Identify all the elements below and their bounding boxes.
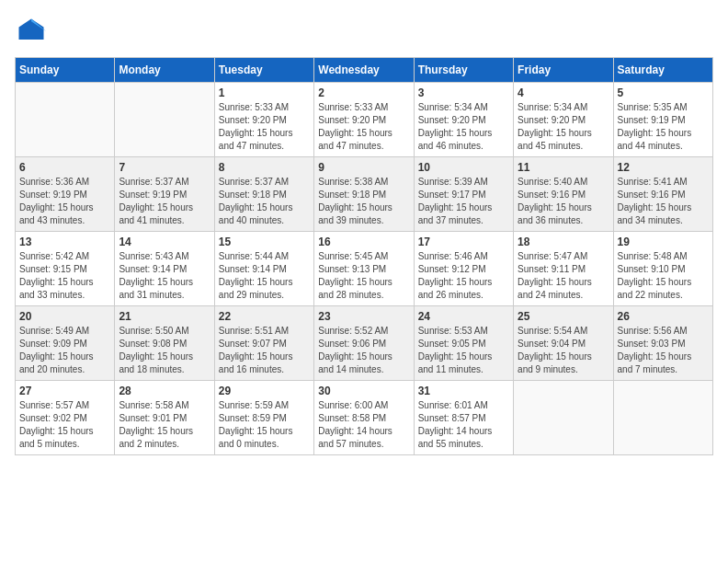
day-number: 28 bbox=[119, 385, 210, 397]
day-number: 14 bbox=[119, 236, 210, 248]
day-number: 11 bbox=[518, 161, 609, 174]
day-info: Sunrise: 5:53 AM Sunset: 9:05 PM Dayligh… bbox=[418, 325, 509, 376]
page-header bbox=[15, 15, 713, 48]
calendar-day-cell: 22Sunrise: 5:51 AM Sunset: 9:07 PM Dayli… bbox=[214, 306, 313, 381]
calendar-day-cell bbox=[16, 83, 115, 157]
calendar-day-cell: 31Sunrise: 6:01 AM Sunset: 8:57 PM Dayli… bbox=[414, 381, 513, 455]
day-number: 13 bbox=[19, 236, 110, 248]
day-number: 3 bbox=[418, 86, 509, 99]
calendar-day-cell: 13Sunrise: 5:42 AM Sunset: 9:15 PM Dayli… bbox=[16, 232, 115, 306]
calendar-day-cell: 9Sunrise: 5:38 AM Sunset: 9:18 PM Daylig… bbox=[314, 157, 414, 232]
day-info: Sunrise: 5:34 AM Sunset: 9:20 PM Dayligh… bbox=[418, 101, 509, 153]
day-info: Sunrise: 5:47 AM Sunset: 9:11 PM Dayligh… bbox=[518, 250, 609, 302]
logo bbox=[15, 15, 51, 48]
calendar-day-cell: 28Sunrise: 5:58 AM Sunset: 9:01 PM Dayli… bbox=[115, 381, 214, 455]
calendar-header-row: SundayMondayTuesdayWednesdayThursdayFrid… bbox=[16, 58, 713, 83]
calendar-day-header: Tuesday bbox=[214, 58, 313, 83]
day-info: Sunrise: 5:33 AM Sunset: 9:20 PM Dayligh… bbox=[318, 101, 409, 153]
day-number: 2 bbox=[318, 86, 409, 99]
calendar-day-cell: 2Sunrise: 5:33 AM Sunset: 9:20 PM Daylig… bbox=[314, 83, 414, 157]
day-number: 12 bbox=[618, 161, 709, 174]
day-info: Sunrise: 5:38 AM Sunset: 9:18 PM Dayligh… bbox=[318, 176, 409, 227]
calendar-day-cell: 15Sunrise: 5:44 AM Sunset: 9:14 PM Dayli… bbox=[214, 232, 313, 306]
day-info: Sunrise: 5:34 AM Sunset: 9:20 PM Dayligh… bbox=[518, 101, 609, 153]
calendar-week-row: 13Sunrise: 5:42 AM Sunset: 9:15 PM Dayli… bbox=[16, 232, 713, 306]
day-info: Sunrise: 5:40 AM Sunset: 9:16 PM Dayligh… bbox=[518, 176, 609, 227]
day-info: Sunrise: 5:58 AM Sunset: 9:01 PM Dayligh… bbox=[119, 399, 210, 451]
day-info: Sunrise: 5:41 AM Sunset: 9:16 PM Dayligh… bbox=[618, 176, 709, 227]
day-info: Sunrise: 5:44 AM Sunset: 9:14 PM Dayligh… bbox=[219, 250, 310, 302]
calendar-day-cell bbox=[115, 83, 214, 157]
day-number: 20 bbox=[19, 310, 110, 323]
calendar-table: SundayMondayTuesdayWednesdayThursdayFrid… bbox=[15, 57, 713, 455]
calendar-day-cell: 25Sunrise: 5:54 AM Sunset: 9:04 PM Dayli… bbox=[514, 306, 613, 381]
logo-icon bbox=[15, 15, 48, 48]
day-number: 15 bbox=[219, 236, 310, 248]
calendar-day-header: Wednesday bbox=[314, 58, 414, 83]
svg-marker-0 bbox=[19, 19, 44, 40]
calendar-day-cell: 14Sunrise: 5:43 AM Sunset: 9:14 PM Dayli… bbox=[115, 232, 214, 306]
day-info: Sunrise: 5:33 AM Sunset: 9:20 PM Dayligh… bbox=[219, 101, 310, 153]
calendar-day-cell bbox=[514, 381, 613, 455]
calendar-day-cell: 17Sunrise: 5:46 AM Sunset: 9:12 PM Dayli… bbox=[414, 232, 513, 306]
calendar-day-cell: 23Sunrise: 5:52 AM Sunset: 9:06 PM Dayli… bbox=[314, 306, 414, 381]
day-info: Sunrise: 5:49 AM Sunset: 9:09 PM Dayligh… bbox=[19, 325, 110, 376]
calendar-day-cell: 7Sunrise: 5:37 AM Sunset: 9:19 PM Daylig… bbox=[115, 157, 214, 232]
day-info: Sunrise: 5:46 AM Sunset: 9:12 PM Dayligh… bbox=[418, 250, 509, 302]
calendar-day-header: Thursday bbox=[414, 58, 513, 83]
day-number: 18 bbox=[518, 236, 609, 248]
day-info: Sunrise: 5:45 AM Sunset: 9:13 PM Dayligh… bbox=[318, 250, 409, 302]
day-number: 21 bbox=[119, 310, 210, 323]
day-info: Sunrise: 5:54 AM Sunset: 9:04 PM Dayligh… bbox=[518, 325, 609, 376]
day-number: 17 bbox=[418, 236, 509, 248]
calendar-day-cell: 29Sunrise: 5:59 AM Sunset: 8:59 PM Dayli… bbox=[214, 381, 313, 455]
calendar-week-row: 20Sunrise: 5:49 AM Sunset: 9:09 PM Dayli… bbox=[16, 306, 713, 381]
calendar-day-cell: 11Sunrise: 5:40 AM Sunset: 9:16 PM Dayli… bbox=[514, 157, 613, 232]
calendar-day-cell: 18Sunrise: 5:47 AM Sunset: 9:11 PM Dayli… bbox=[514, 232, 613, 306]
day-number: 19 bbox=[618, 236, 709, 248]
day-info: Sunrise: 5:48 AM Sunset: 9:10 PM Dayligh… bbox=[618, 250, 709, 302]
calendar-day-cell: 26Sunrise: 5:56 AM Sunset: 9:03 PM Dayli… bbox=[613, 306, 712, 381]
calendar-day-header: Saturday bbox=[613, 58, 712, 83]
day-info: Sunrise: 6:00 AM Sunset: 8:58 PM Dayligh… bbox=[318, 399, 409, 451]
day-number: 22 bbox=[219, 310, 310, 323]
calendar-day-cell: 21Sunrise: 5:50 AM Sunset: 9:08 PM Dayli… bbox=[115, 306, 214, 381]
day-info: Sunrise: 5:50 AM Sunset: 9:08 PM Dayligh… bbox=[119, 325, 210, 376]
calendar-day-cell: 27Sunrise: 5:57 AM Sunset: 9:02 PM Dayli… bbox=[16, 381, 115, 455]
day-number: 31 bbox=[418, 385, 509, 397]
calendar-week-row: 6Sunrise: 5:36 AM Sunset: 9:19 PM Daylig… bbox=[16, 157, 713, 232]
calendar-day-cell: 24Sunrise: 5:53 AM Sunset: 9:05 PM Dayli… bbox=[414, 306, 513, 381]
day-info: Sunrise: 5:52 AM Sunset: 9:06 PM Dayligh… bbox=[318, 325, 409, 376]
calendar-day-cell: 20Sunrise: 5:49 AM Sunset: 9:09 PM Dayli… bbox=[16, 306, 115, 381]
day-info: Sunrise: 5:42 AM Sunset: 9:15 PM Dayligh… bbox=[19, 250, 110, 302]
day-number: 7 bbox=[119, 161, 210, 174]
calendar-week-row: 27Sunrise: 5:57 AM Sunset: 9:02 PM Dayli… bbox=[16, 381, 713, 455]
calendar-day-cell: 10Sunrise: 5:39 AM Sunset: 9:17 PM Dayli… bbox=[414, 157, 513, 232]
calendar-week-row: 1Sunrise: 5:33 AM Sunset: 9:20 PM Daylig… bbox=[16, 83, 713, 157]
day-number: 16 bbox=[318, 236, 409, 248]
calendar-day-cell: 16Sunrise: 5:45 AM Sunset: 9:13 PM Dayli… bbox=[314, 232, 414, 306]
day-number: 27 bbox=[19, 385, 110, 397]
calendar-day-cell: 6Sunrise: 5:36 AM Sunset: 9:19 PM Daylig… bbox=[16, 157, 115, 232]
day-number: 8 bbox=[219, 161, 310, 174]
day-number: 25 bbox=[518, 310, 609, 323]
day-number: 24 bbox=[418, 310, 509, 323]
day-info: Sunrise: 5:39 AM Sunset: 9:17 PM Dayligh… bbox=[418, 176, 509, 227]
calendar-day-cell: 30Sunrise: 6:00 AM Sunset: 8:58 PM Dayli… bbox=[314, 381, 414, 455]
day-info: Sunrise: 5:37 AM Sunset: 9:18 PM Dayligh… bbox=[219, 176, 310, 227]
calendar-day-cell: 4Sunrise: 5:34 AM Sunset: 9:20 PM Daylig… bbox=[514, 83, 613, 157]
calendar-day-cell bbox=[613, 381, 712, 455]
day-number: 10 bbox=[418, 161, 509, 174]
day-number: 30 bbox=[318, 385, 409, 397]
day-info: Sunrise: 6:01 AM Sunset: 8:57 PM Dayligh… bbox=[418, 399, 509, 451]
day-number: 4 bbox=[518, 86, 609, 99]
day-info: Sunrise: 5:57 AM Sunset: 9:02 PM Dayligh… bbox=[19, 399, 110, 451]
day-info: Sunrise: 5:59 AM Sunset: 8:59 PM Dayligh… bbox=[219, 399, 310, 451]
day-number: 23 bbox=[318, 310, 409, 323]
day-info: Sunrise: 5:35 AM Sunset: 9:19 PM Dayligh… bbox=[618, 101, 709, 153]
day-info: Sunrise: 5:37 AM Sunset: 9:19 PM Dayligh… bbox=[119, 176, 210, 227]
calendar-day-header: Monday bbox=[115, 58, 214, 83]
day-info: Sunrise: 5:43 AM Sunset: 9:14 PM Dayligh… bbox=[119, 250, 210, 302]
calendar-day-cell: 1Sunrise: 5:33 AM Sunset: 9:20 PM Daylig… bbox=[214, 83, 313, 157]
day-info: Sunrise: 5:51 AM Sunset: 9:07 PM Dayligh… bbox=[219, 325, 310, 376]
